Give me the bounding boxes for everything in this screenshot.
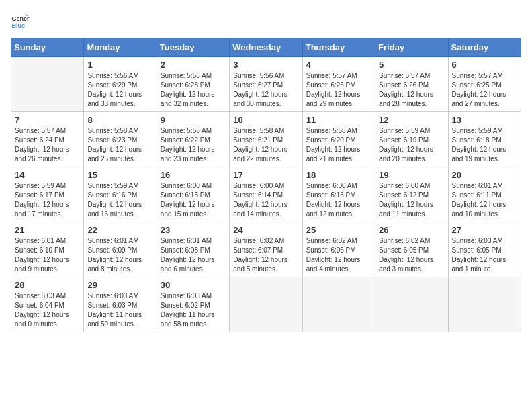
- day-info: Sunrise: 6:02 AM Sunset: 6:05 PM Dayligh…: [379, 236, 444, 274]
- day-info: Sunrise: 5:57 AM Sunset: 6:25 PM Dayligh…: [452, 71, 517, 109]
- day-number: 28: [15, 280, 80, 290]
- day-number: 23: [161, 225, 226, 235]
- day-number: 12: [379, 115, 444, 125]
- day-number: 14: [15, 170, 80, 180]
- calendar-cell: 2Sunrise: 5:56 AM Sunset: 6:28 PM Daylig…: [157, 57, 229, 112]
- day-number: 18: [306, 170, 371, 180]
- calendar-cell: 9Sunrise: 5:58 AM Sunset: 6:22 PM Daylig…: [157, 112, 229, 167]
- weekday-header-monday: Monday: [84, 38, 157, 57]
- calendar-cell: 3Sunrise: 5:56 AM Sunset: 6:27 PM Daylig…: [230, 57, 302, 112]
- calendar-cell: 6Sunrise: 5:57 AM Sunset: 6:25 PM Daylig…: [448, 57, 521, 112]
- calendar-cell: 20Sunrise: 6:01 AM Sunset: 6:11 PM Dayli…: [448, 167, 521, 222]
- calendar-cell: 25Sunrise: 6:02 AM Sunset: 6:06 PM Dayli…: [302, 222, 375, 277]
- day-number: 25: [306, 225, 371, 235]
- day-info: Sunrise: 6:00 AM Sunset: 6:13 PM Dayligh…: [306, 181, 371, 219]
- calendar-cell: 23Sunrise: 6:01 AM Sunset: 6:08 PM Dayli…: [157, 222, 229, 277]
- day-info: Sunrise: 6:01 AM Sunset: 6:08 PM Dayligh…: [161, 236, 226, 274]
- calendar-week-row: 21Sunrise: 6:01 AM Sunset: 6:10 PM Dayli…: [11, 222, 521, 277]
- calendar-week-row: 28Sunrise: 6:03 AM Sunset: 6:04 PM Dayli…: [11, 277, 521, 332]
- day-number: 19: [379, 170, 444, 180]
- day-number: 10: [233, 115, 298, 125]
- calendar-cell: 1Sunrise: 5:56 AM Sunset: 6:29 PM Daylig…: [84, 57, 157, 112]
- calendar-cell: [375, 277, 448, 332]
- day-info: Sunrise: 5:56 AM Sunset: 6:29 PM Dayligh…: [87, 71, 152, 109]
- weekday-header-friday: Friday: [375, 38, 448, 57]
- day-number: 3: [233, 60, 298, 70]
- weekday-header-saturday: Saturday: [448, 38, 521, 57]
- calendar-week-row: 7Sunrise: 5:57 AM Sunset: 6:24 PM Daylig…: [11, 112, 521, 167]
- calendar-cell: 16Sunrise: 6:00 AM Sunset: 6:15 PM Dayli…: [157, 167, 229, 222]
- calendar-header-row: SundayMondayTuesdayWednesdayThursdayFrid…: [11, 38, 521, 57]
- calendar-cell: 14Sunrise: 5:59 AM Sunset: 6:17 PM Dayli…: [11, 167, 84, 222]
- day-number: 1: [87, 60, 152, 70]
- calendar-cell: [448, 277, 521, 332]
- day-number: 29: [87, 280, 152, 290]
- day-info: Sunrise: 5:59 AM Sunset: 6:17 PM Dayligh…: [15, 181, 80, 219]
- day-info: Sunrise: 6:01 AM Sunset: 6:09 PM Dayligh…: [87, 236, 152, 274]
- day-number: 16: [161, 170, 226, 180]
- calendar-cell: 24Sunrise: 6:02 AM Sunset: 6:07 PM Dayli…: [230, 222, 302, 277]
- calendar-cell: 5Sunrise: 5:57 AM Sunset: 6:26 PM Daylig…: [375, 57, 448, 112]
- day-info: Sunrise: 5:59 AM Sunset: 6:18 PM Dayligh…: [452, 126, 517, 164]
- page-header: General Blue: [11, 11, 521, 30]
- day-number: 26: [379, 225, 444, 235]
- calendar-cell: 22Sunrise: 6:01 AM Sunset: 6:09 PM Dayli…: [84, 222, 157, 277]
- day-number: 22: [87, 225, 152, 235]
- day-info: Sunrise: 5:58 AM Sunset: 6:20 PM Dayligh…: [306, 126, 371, 164]
- calendar-cell: 27Sunrise: 6:03 AM Sunset: 6:05 PM Dayli…: [448, 222, 521, 277]
- calendar-cell: 28Sunrise: 6:03 AM Sunset: 6:04 PM Dayli…: [11, 277, 84, 332]
- day-info: Sunrise: 6:03 AM Sunset: 6:02 PM Dayligh…: [161, 291, 226, 329]
- day-info: Sunrise: 6:03 AM Sunset: 6:04 PM Dayligh…: [15, 291, 80, 329]
- day-info: Sunrise: 6:00 AM Sunset: 6:14 PM Dayligh…: [233, 181, 298, 219]
- logo-icon: General Blue: [11, 11, 30, 30]
- day-info: Sunrise: 5:58 AM Sunset: 6:22 PM Dayligh…: [161, 126, 226, 164]
- day-info: Sunrise: 6:02 AM Sunset: 6:06 PM Dayligh…: [306, 236, 371, 274]
- day-info: Sunrise: 6:00 AM Sunset: 6:12 PM Dayligh…: [379, 181, 444, 219]
- day-info: Sunrise: 6:00 AM Sunset: 6:15 PM Dayligh…: [161, 181, 226, 219]
- calendar-cell: 11Sunrise: 5:58 AM Sunset: 6:20 PM Dayli…: [302, 112, 375, 167]
- weekday-header-wednesday: Wednesday: [230, 38, 302, 57]
- day-info: Sunrise: 6:01 AM Sunset: 6:11 PM Dayligh…: [452, 181, 517, 219]
- calendar-cell: 10Sunrise: 5:58 AM Sunset: 6:21 PM Dayli…: [230, 112, 302, 167]
- calendar-cell: 17Sunrise: 6:00 AM Sunset: 6:14 PM Dayli…: [230, 167, 302, 222]
- calendar-cell: [230, 277, 302, 332]
- day-info: Sunrise: 5:59 AM Sunset: 6:16 PM Dayligh…: [87, 181, 152, 219]
- day-number: 13: [452, 115, 517, 125]
- calendar-cell: 4Sunrise: 5:57 AM Sunset: 6:26 PM Daylig…: [302, 57, 375, 112]
- day-info: Sunrise: 5:56 AM Sunset: 6:27 PM Dayligh…: [233, 71, 298, 109]
- calendar-cell: 29Sunrise: 6:03 AM Sunset: 6:03 PM Dayli…: [84, 277, 157, 332]
- weekday-header-sunday: Sunday: [11, 38, 84, 57]
- calendar-cell: 19Sunrise: 6:00 AM Sunset: 6:12 PM Dayli…: [375, 167, 448, 222]
- day-number: 15: [87, 170, 152, 180]
- day-number: 11: [306, 115, 371, 125]
- calendar-cell: 18Sunrise: 6:00 AM Sunset: 6:13 PM Dayli…: [302, 167, 375, 222]
- day-info: Sunrise: 5:58 AM Sunset: 6:21 PM Dayligh…: [233, 126, 298, 164]
- day-number: 30: [161, 280, 226, 290]
- weekday-header-thursday: Thursday: [302, 38, 375, 57]
- calendar-cell: 21Sunrise: 6:01 AM Sunset: 6:10 PM Dayli…: [11, 222, 84, 277]
- day-number: 9: [161, 115, 226, 125]
- calendar-cell: 30Sunrise: 6:03 AM Sunset: 6:02 PM Dayli…: [157, 277, 229, 332]
- calendar-cell: 13Sunrise: 5:59 AM Sunset: 6:18 PM Dayli…: [448, 112, 521, 167]
- day-number: 17: [233, 170, 298, 180]
- day-number: 7: [15, 115, 80, 125]
- day-info: Sunrise: 5:58 AM Sunset: 6:23 PM Dayligh…: [87, 126, 152, 164]
- calendar-cell: [11, 57, 84, 112]
- day-number: 20: [452, 170, 517, 180]
- day-number: 8: [87, 115, 152, 125]
- day-number: 6: [452, 60, 517, 70]
- day-info: Sunrise: 6:03 AM Sunset: 6:05 PM Dayligh…: [452, 236, 517, 274]
- day-info: Sunrise: 5:59 AM Sunset: 6:19 PM Dayligh…: [379, 126, 444, 164]
- day-number: 24: [233, 225, 298, 235]
- calendar-cell: 12Sunrise: 5:59 AM Sunset: 6:19 PM Dayli…: [375, 112, 448, 167]
- logo: General Blue: [11, 11, 30, 30]
- svg-text:Blue: Blue: [11, 22, 25, 29]
- calendar-cell: 26Sunrise: 6:02 AM Sunset: 6:05 PM Dayli…: [375, 222, 448, 277]
- day-number: 27: [452, 225, 517, 235]
- day-number: 5: [379, 60, 444, 70]
- weekday-header-tuesday: Tuesday: [157, 38, 229, 57]
- day-info: Sunrise: 6:03 AM Sunset: 6:03 PM Dayligh…: [87, 291, 152, 329]
- calendar-week-row: 14Sunrise: 5:59 AM Sunset: 6:17 PM Dayli…: [11, 167, 521, 222]
- calendar-cell: 15Sunrise: 5:59 AM Sunset: 6:16 PM Dayli…: [84, 167, 157, 222]
- day-info: Sunrise: 5:57 AM Sunset: 6:26 PM Dayligh…: [306, 71, 371, 109]
